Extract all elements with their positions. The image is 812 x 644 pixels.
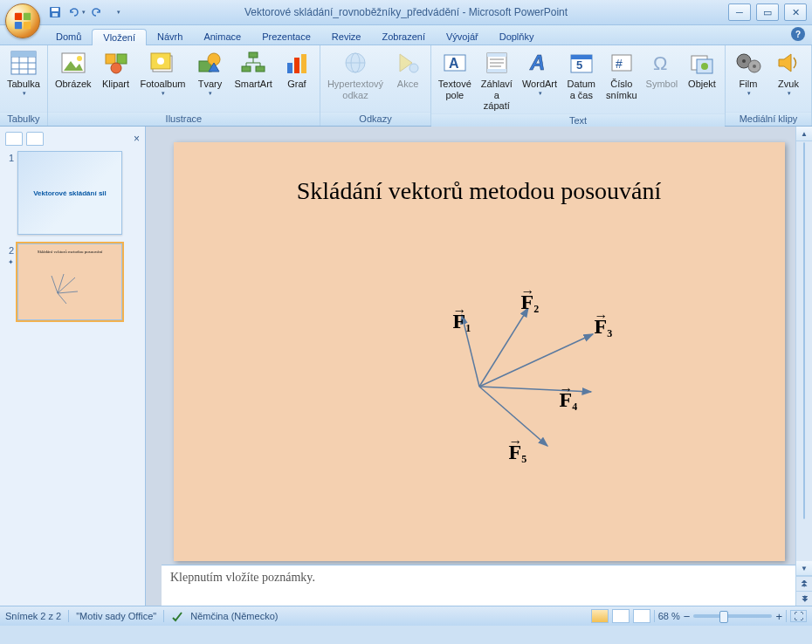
objekt-button[interactable]: Objekt: [683, 47, 721, 92]
prev-slide-button[interactable]: ⯭: [796, 576, 812, 591]
status-slide: Snímek 2 z 2: [5, 611, 61, 621]
help-button[interactable]: ?: [791, 27, 805, 41]
svg-rect-5: [52, 8, 58, 11]
graf-button[interactable]: Graf: [278, 47, 316, 92]
hyperlink-label: Hypertextový odkaz: [327, 79, 383, 100]
cislo-button[interactable]: #Číslo snímku: [602, 47, 641, 102]
tab-navrh[interactable]: Návrh: [147, 29, 193, 45]
scroll-down-button[interactable]: ▼: [796, 561, 812, 576]
thumbnail-1[interactable]: 1 Vektorové skládání sil: [5, 151, 140, 235]
zoom-slider[interactable]: [693, 614, 772, 618]
textbox-icon: A: [442, 51, 468, 75]
maximize-button[interactable]: ▭: [756, 3, 779, 21]
spellcheck-icon[interactable]: [171, 610, 183, 622]
next-slide-button[interactable]: ⯯: [796, 591, 812, 606]
svg-rect-33: [287, 63, 292, 73]
datum-button[interactable]: 5Datum a čas: [562, 47, 601, 102]
wordart-button[interactable]: AWordArt▾: [519, 47, 561, 99]
cislo-label: Číslo snímku: [606, 79, 637, 100]
office-logo-icon: [13, 11, 32, 31]
slide-area[interactable]: Skládání vektorů metodou posouvání →F1: [146, 127, 812, 565]
dropdown-icon: ▾: [117, 9, 120, 16]
fotoalbum-button[interactable]: Fotoalbum▾: [137, 47, 189, 99]
tab-revize[interactable]: Revize: [321, 29, 372, 45]
tvary-button[interactable]: Tvary▾: [190, 47, 229, 99]
tvary-label: Tvary: [198, 79, 223, 90]
smartart-button[interactable]: SmartArt: [231, 47, 275, 92]
close-button[interactable]: ✕: [784, 3, 807, 21]
svg-point-16: [77, 56, 82, 61]
tabulka-label: Tabulka: [7, 79, 40, 90]
minimize-button[interactable]: ─: [728, 3, 751, 21]
tabulka-button[interactable]: Tabulka▾: [3, 47, 44, 99]
tab-prezentace[interactable]: Prezentace: [251, 29, 321, 45]
scroll-thumb[interactable]: [803, 142, 805, 519]
group-label-ilustrace: Ilustrace: [48, 112, 320, 126]
svg-point-58: [701, 63, 708, 70]
svg-rect-45: [487, 69, 506, 72]
group-media: Film▾ Zvuk▾ Mediální klipy: [726, 45, 812, 126]
thumbs-tab-outline[interactable]: [26, 132, 44, 146]
slide-canvas[interactable]: Skládání vektorů metodou posouvání →F1: [174, 142, 785, 561]
zoom-in-button[interactable]: +: [775, 610, 782, 623]
qat-customize-button[interactable]: ▾: [108, 3, 127, 22]
wordart-label: WordArt: [522, 79, 557, 90]
redo-icon: [90, 5, 104, 19]
svg-rect-18: [117, 54, 127, 64]
status-language[interactable]: Němčina (Německo): [190, 611, 278, 621]
fit-to-window-button[interactable]: ⛶: [790, 610, 807, 622]
date-time-icon: 5: [568, 51, 595, 75]
scroll-up-button[interactable]: ▲: [796, 127, 812, 141]
thumbs-close-button[interactable]: ×: [134, 133, 140, 145]
textpole-button[interactable]: ATextové pole: [435, 47, 474, 102]
group-label-odkazy: Odkazy: [320, 112, 430, 126]
save-button[interactable]: [45, 3, 65, 22]
zahlavi-button[interactable]: Záhlaví a zápatí: [477, 47, 518, 113]
klipart-button[interactable]: Klipart: [97, 47, 135, 92]
svg-rect-6: [52, 13, 58, 17]
svg-text:A: A: [449, 56, 459, 71]
hyperlink-icon: [342, 51, 368, 75]
view-slideshow-button[interactable]: [633, 609, 650, 623]
dropdown-icon: ▾: [162, 90, 165, 97]
object-icon: [689, 51, 715, 75]
zvuk-button[interactable]: Zvuk▾: [769, 47, 808, 99]
picture-icon: [60, 51, 86, 75]
window-title: Vektorové skládání_rovnoběžníky_předvádě…: [244, 6, 568, 18]
hyperlink-button: Hypertextový odkaz: [324, 47, 387, 102]
datum-label: Datum a čas: [568, 79, 595, 100]
graf-label: Graf: [287, 79, 306, 90]
obrazek-button[interactable]: Obrázek: [52, 47, 95, 92]
title-bar: ▾ ▾ Vektorové skládání_rovnoběžníky_před…: [0, 0, 812, 25]
tab-animace[interactable]: Animace: [193, 29, 251, 45]
zoom-level[interactable]: 68 %: [658, 611, 680, 621]
thumbnail-2[interactable]: 2✦ Skládání vektorů metodou posouvání: [5, 243, 140, 320]
smartart-label: SmartArt: [234, 79, 272, 90]
notes-pane[interactable]: Klepnutím vložíte poznámky.: [162, 565, 796, 606]
office-button[interactable]: [5, 3, 40, 38]
tab-doplnky[interactable]: Doplňky: [489, 29, 545, 45]
thumbs-tab-slides[interactable]: [5, 132, 23, 146]
undo-button[interactable]: ▾: [66, 3, 86, 22]
view-sorter-button[interactable]: [612, 609, 630, 623]
zoom-out-button[interactable]: −: [684, 610, 691, 623]
tab-domu[interactable]: Domů: [45, 29, 92, 45]
thumb-number: 1: [5, 151, 14, 163]
zoom-slider-thumb[interactable]: [719, 611, 728, 623]
svg-line-68: [58, 293, 66, 304]
thumb2-title: Skládání vektorů metodou posouvání: [18, 250, 121, 254]
dropdown-icon: ▾: [788, 90, 791, 97]
thumbs-header: ×: [5, 132, 140, 146]
tab-vyvojar[interactable]: Vývojář: [436, 29, 489, 45]
tab-zobrazeni[interactable]: Zobrazení: [371, 29, 436, 45]
action-icon: [395, 51, 421, 75]
view-normal-button[interactable]: [591, 609, 609, 623]
save-icon: [48, 5, 62, 19]
redo-button[interactable]: [87, 3, 107, 22]
vertical-scrollbar[interactable]: ▲ ▼ ⯭ ⯯: [795, 127, 812, 606]
tab-vlozeni[interactable]: Vložení: [92, 29, 147, 45]
zahlavi-label: Záhlaví a zápatí: [480, 79, 514, 112]
film-icon: [735, 51, 761, 75]
symbol-label: Symbol: [646, 79, 678, 90]
film-button[interactable]: Film▾: [729, 47, 767, 99]
